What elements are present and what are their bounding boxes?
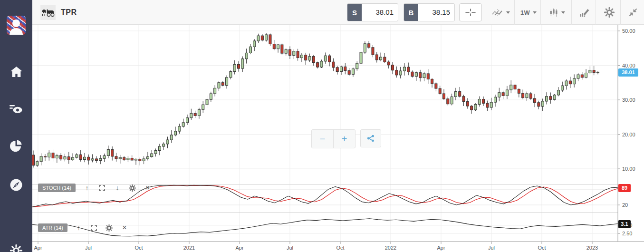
x-axis-label: Apr bbox=[437, 245, 445, 251]
horse-carriage-logo-icon bbox=[41, 8, 55, 17]
chart-settings-button[interactable] bbox=[599, 0, 620, 25]
chart-type-dropdown[interactable] bbox=[544, 0, 570, 25]
gear-icon[interactable] bbox=[106, 224, 113, 232]
compare-charts-icon bbox=[492, 9, 503, 16]
symbol-logo bbox=[40, 5, 56, 20]
price-chart-canvas[interactable]: 50.0040.0030.0020.0010.0080203.002.50Apr… bbox=[0, 0, 644, 252]
atr-value-badge: 3.1 bbox=[618, 220, 631, 228]
move-down-icon[interactable]: ↓ bbox=[114, 184, 121, 192]
expand-icon[interactable] bbox=[90, 225, 98, 231]
brush-icon bbox=[579, 8, 590, 17]
gear-icon bbox=[10, 244, 22, 252]
sidebar-item-watchlists[interactable] bbox=[0, 104, 32, 114]
x-axis-label: Jul bbox=[287, 245, 293, 251]
sidebar-item-portfolio[interactable] bbox=[0, 140, 32, 152]
timeframe-label: 1W bbox=[520, 9, 530, 16]
move-up-icon[interactable]: ↑ bbox=[83, 184, 91, 192]
topbar: TPR S 38.01 B 38.15 bbox=[32, 0, 644, 25]
x-axis-label: 2022 bbox=[385, 245, 396, 251]
gear-icon bbox=[604, 7, 615, 18]
sell-button[interactable]: S 38.01 bbox=[347, 3, 398, 21]
atr-label-badge: ATR (14) bbox=[38, 223, 67, 232]
x-axis-label: Apr bbox=[34, 245, 42, 251]
gear-icon[interactable] bbox=[129, 184, 136, 192]
sell-letter: S bbox=[347, 4, 362, 21]
stoch-axis-label: 20 bbox=[622, 202, 628, 208]
move-up-icon[interactable]: ↑ bbox=[75, 224, 83, 232]
crosshair-tool-button[interactable] bbox=[459, 3, 482, 21]
buy-letter: B bbox=[404, 4, 418, 21]
buy-price: 38.15 bbox=[418, 4, 454, 21]
x-axis-label: 2021 bbox=[183, 245, 195, 251]
x-axis-label: Apr bbox=[235, 245, 243, 251]
chevron-down-icon bbox=[561, 11, 565, 14]
collapse-chart-button[interactable] bbox=[623, 0, 644, 25]
sidebar-item-settings[interactable] bbox=[0, 244, 32, 252]
close-icon[interactable]: × bbox=[121, 224, 128, 232]
x-axis-label: Oct bbox=[135, 245, 143, 251]
x-axis-label: Oct bbox=[336, 245, 344, 251]
avatar-person-icon bbox=[7, 16, 26, 35]
x-axis-label: Oct bbox=[538, 245, 546, 251]
share-icon bbox=[366, 134, 375, 143]
crosshair-icon bbox=[465, 7, 476, 18]
watchlist-eye-icon bbox=[10, 104, 23, 114]
zoom-in-button[interactable]: + bbox=[334, 130, 355, 148]
stoch-value-badge: 89 bbox=[618, 184, 631, 192]
atr-panel-header: ATR (14) ↑ × bbox=[38, 223, 128, 232]
stoch-panel-header: STOCH (14) ↑ ↓ × bbox=[38, 184, 152, 192]
sidebar-item-explore[interactable] bbox=[0, 178, 32, 192]
chevron-down-icon bbox=[533, 11, 537, 14]
share-button[interactable] bbox=[360, 129, 381, 147]
home-icon bbox=[10, 66, 23, 78]
price-axis-label: 50.00 bbox=[622, 28, 635, 34]
chevron-down-icon bbox=[506, 11, 510, 14]
pie-chart-icon bbox=[10, 140, 22, 152]
candlestick-chart-icon bbox=[549, 8, 558, 17]
x-axis-label: Jul bbox=[488, 245, 495, 251]
price-axis-label: 10.00 bbox=[622, 166, 635, 172]
atr-axis-label: 2.50 bbox=[622, 231, 632, 236]
price-axis-label: 40.00 bbox=[622, 63, 635, 68]
drawing-tools-button[interactable] bbox=[574, 0, 595, 25]
last-price-badge: 38.01 bbox=[618, 68, 638, 77]
x-axis-label: 2023 bbox=[586, 245, 598, 251]
x-axis-label: Jul bbox=[85, 245, 92, 251]
compare-chart-button[interactable] bbox=[488, 0, 514, 25]
price-axis-label: 20.00 bbox=[622, 132, 635, 137]
price-axis-label: 30.00 bbox=[622, 97, 635, 103]
collapse-arrows-icon bbox=[628, 8, 638, 17]
compass-icon bbox=[10, 178, 23, 192]
trading-app: 50.0040.0030.0020.0010.0080203.002.50Apr… bbox=[0, 0, 644, 252]
zoom-out-button[interactable]: − bbox=[312, 130, 333, 148]
expand-icon[interactable] bbox=[98, 185, 106, 191]
avatar[interactable] bbox=[7, 16, 26, 35]
sidebar-item-home[interactable] bbox=[0, 66, 32, 78]
timeframe-dropdown[interactable]: 1W bbox=[516, 0, 541, 25]
sell-price: 38.01 bbox=[362, 4, 398, 21]
sidebar bbox=[0, 0, 32, 252]
symbol-title: TPR bbox=[61, 0, 77, 25]
buy-button[interactable]: B 38.15 bbox=[404, 3, 455, 21]
close-icon[interactable]: × bbox=[144, 184, 152, 192]
zoom-controls: − + bbox=[311, 129, 381, 148]
stoch-label-badge: STOCH (14) bbox=[38, 184, 76, 192]
